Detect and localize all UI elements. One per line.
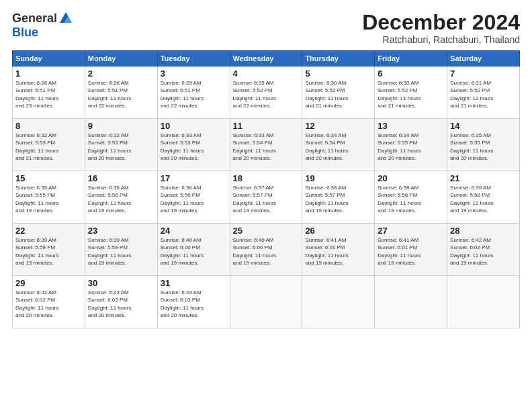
page: General Blue December 2024 Ratchaburi, R… bbox=[0, 0, 532, 411]
day-cell: 4Sunrise: 6:29 AMSunset: 5:52 PMDaylight… bbox=[230, 66, 302, 119]
day-number: 23 bbox=[88, 226, 154, 236]
day-number: 7 bbox=[450, 68, 517, 79]
day-detail: Sunrise: 6:36 AMSunset: 5:56 PMDaylight:… bbox=[161, 184, 227, 214]
day-cell: 12Sunrise: 6:34 AMSunset: 5:54 PMDayligh… bbox=[302, 119, 375, 171]
day-cell: 19Sunrise: 6:38 AMSunset: 5:57 PMDayligh… bbox=[302, 171, 375, 224]
day-number: 11 bbox=[233, 121, 300, 131]
day-cell: 30Sunrise: 6:43 AMSunset: 6:03 PMDayligh… bbox=[85, 276, 157, 328]
day-number: 14 bbox=[450, 121, 517, 131]
day-detail: Sunrise: 6:29 AMSunset: 5:52 PMDaylight:… bbox=[233, 79, 300, 109]
day-number: 4 bbox=[233, 68, 300, 79]
day-detail: Sunrise: 6:33 AMSunset: 5:53 PMDaylight:… bbox=[161, 132, 227, 162]
day-cell: 23Sunrise: 6:39 AMSunset: 5:59 PMDayligh… bbox=[85, 224, 157, 276]
day-cell bbox=[447, 276, 520, 328]
day-number: 20 bbox=[378, 173, 444, 183]
header-wednesday: Wednesday bbox=[230, 51, 302, 66]
day-number: 2 bbox=[88, 68, 154, 79]
day-detail: Sunrise: 6:33 AMSunset: 5:54 PMDaylight:… bbox=[233, 132, 300, 162]
day-cell: 20Sunrise: 6:38 AMSunset: 5:58 PMDayligh… bbox=[375, 171, 447, 224]
day-number: 15 bbox=[15, 173, 82, 183]
day-detail: Sunrise: 6:29 AMSunset: 5:51 PMDaylight:… bbox=[161, 79, 227, 109]
week-row-5: 29Sunrise: 6:42 AMSunset: 6:02 PMDayligh… bbox=[13, 276, 520, 328]
day-number: 29 bbox=[15, 278, 82, 288]
day-number: 1 bbox=[15, 68, 82, 79]
day-number: 31 bbox=[161, 278, 227, 288]
day-cell: 29Sunrise: 6:42 AMSunset: 6:02 PMDayligh… bbox=[13, 276, 85, 328]
header-saturday: Saturday bbox=[447, 51, 520, 66]
header-thursday: Thursday bbox=[302, 51, 375, 66]
day-detail: Sunrise: 6:40 AMSunset: 6:00 PMDaylight:… bbox=[233, 236, 300, 267]
day-cell: 27Sunrise: 6:41 AMSunset: 6:01 PMDayligh… bbox=[375, 224, 447, 276]
week-row-1: 1Sunrise: 6:28 AMSunset: 5:51 PMDaylight… bbox=[13, 66, 520, 119]
day-cell bbox=[375, 276, 447, 328]
logo: General Blue bbox=[12, 11, 73, 40]
day-cell: 10Sunrise: 6:33 AMSunset: 5:53 PMDayligh… bbox=[157, 119, 230, 171]
day-number: 28 bbox=[450, 226, 517, 236]
title-area: December 2024 Ratchaburi, Ratchaburi, Th… bbox=[362, 11, 520, 45]
day-number: 12 bbox=[305, 121, 371, 131]
day-detail: Sunrise: 6:30 AMSunset: 5:52 PMDaylight:… bbox=[378, 79, 444, 109]
day-detail: Sunrise: 6:32 AMSunset: 5:53 PMDaylight:… bbox=[15, 132, 82, 162]
day-number: 19 bbox=[305, 173, 371, 183]
day-cell: 22Sunrise: 6:39 AMSunset: 5:59 PMDayligh… bbox=[13, 224, 85, 276]
day-number: 30 bbox=[88, 278, 154, 288]
day-detail: Sunrise: 6:36 AMSunset: 5:56 PMDaylight:… bbox=[88, 184, 154, 214]
header-tuesday: Tuesday bbox=[157, 51, 230, 66]
day-detail: Sunrise: 6:37 AMSunset: 5:57 PMDaylight:… bbox=[233, 184, 300, 214]
day-detail: Sunrise: 6:41 AMSunset: 6:01 PMDaylight:… bbox=[378, 236, 444, 267]
day-cell: 8Sunrise: 6:32 AMSunset: 5:53 PMDaylight… bbox=[13, 119, 85, 171]
logo-icon bbox=[58, 11, 73, 26]
day-detail: Sunrise: 6:41 AMSunset: 6:01 PMDaylight:… bbox=[305, 236, 371, 267]
day-number: 16 bbox=[88, 173, 154, 183]
day-number: 25 bbox=[233, 226, 300, 236]
day-cell: 24Sunrise: 6:40 AMSunset: 6:00 PMDayligh… bbox=[157, 224, 230, 276]
day-detail: Sunrise: 6:39 AMSunset: 5:59 PMDaylight:… bbox=[88, 236, 154, 267]
day-cell: 14Sunrise: 6:35 AMSunset: 5:55 PMDayligh… bbox=[447, 119, 520, 171]
day-detail: Sunrise: 6:35 AMSunset: 5:55 PMDaylight:… bbox=[450, 132, 517, 162]
day-cell: 21Sunrise: 6:39 AMSunset: 5:58 PMDayligh… bbox=[447, 171, 520, 224]
logo-blue-text: Blue bbox=[12, 26, 38, 40]
day-detail: Sunrise: 6:42 AMSunset: 6:02 PMDaylight:… bbox=[450, 236, 517, 267]
day-cell bbox=[302, 276, 375, 328]
day-cell: 31Sunrise: 6:43 AMSunset: 6:03 PMDayligh… bbox=[157, 276, 230, 328]
day-detail: Sunrise: 6:28 AMSunset: 5:51 PMDaylight:… bbox=[15, 79, 82, 109]
day-detail: Sunrise: 6:38 AMSunset: 5:58 PMDaylight:… bbox=[378, 184, 444, 214]
day-number: 17 bbox=[161, 173, 227, 183]
header-sunday: Sunday bbox=[13, 51, 85, 66]
week-row-2: 8Sunrise: 6:32 AMSunset: 5:53 PMDaylight… bbox=[13, 119, 520, 171]
day-detail: Sunrise: 6:28 AMSunset: 5:51 PMDaylight:… bbox=[88, 79, 154, 109]
day-cell: 15Sunrise: 6:35 AMSunset: 5:55 PMDayligh… bbox=[13, 171, 85, 224]
day-cell: 28Sunrise: 6:42 AMSunset: 6:02 PMDayligh… bbox=[447, 224, 520, 276]
subtitle: Ratchaburi, Ratchaburi, Thailand bbox=[362, 34, 520, 45]
header-monday: Monday bbox=[85, 51, 157, 66]
day-number: 22 bbox=[15, 226, 82, 236]
day-detail: Sunrise: 6:40 AMSunset: 6:00 PMDaylight:… bbox=[161, 236, 227, 267]
day-number: 24 bbox=[161, 226, 227, 236]
day-number: 18 bbox=[233, 173, 300, 183]
day-cell: 17Sunrise: 6:36 AMSunset: 5:56 PMDayligh… bbox=[157, 171, 230, 224]
day-cell: 18Sunrise: 6:37 AMSunset: 5:57 PMDayligh… bbox=[230, 171, 302, 224]
day-cell: 26Sunrise: 6:41 AMSunset: 6:01 PMDayligh… bbox=[302, 224, 375, 276]
month-title: December 2024 bbox=[362, 11, 520, 34]
day-number: 13 bbox=[378, 121, 444, 131]
day-detail: Sunrise: 6:43 AMSunset: 6:03 PMDaylight:… bbox=[161, 289, 227, 319]
day-cell: 16Sunrise: 6:36 AMSunset: 5:56 PMDayligh… bbox=[85, 171, 157, 224]
day-cell: 3Sunrise: 6:29 AMSunset: 5:51 PMDaylight… bbox=[157, 66, 230, 119]
day-cell: 25Sunrise: 6:40 AMSunset: 6:00 PMDayligh… bbox=[230, 224, 302, 276]
day-number: 8 bbox=[15, 121, 82, 131]
day-detail: Sunrise: 6:38 AMSunset: 5:57 PMDaylight:… bbox=[305, 184, 371, 214]
day-cell: 7Sunrise: 6:31 AMSunset: 5:52 PMDaylight… bbox=[447, 66, 520, 119]
calendar-table: SundayMondayTuesdayWednesdayThursdayFrid… bbox=[12, 50, 520, 328]
logo-general-text: General bbox=[12, 11, 57, 26]
day-detail: Sunrise: 6:35 AMSunset: 5:55 PMDaylight:… bbox=[15, 184, 82, 214]
day-cell: 13Sunrise: 6:34 AMSunset: 5:55 PMDayligh… bbox=[375, 119, 447, 171]
day-detail: Sunrise: 6:39 AMSunset: 5:59 PMDaylight:… bbox=[15, 236, 82, 267]
day-number: 21 bbox=[450, 173, 517, 183]
day-number: 27 bbox=[378, 226, 444, 236]
day-cell: 11Sunrise: 6:33 AMSunset: 5:54 PMDayligh… bbox=[230, 119, 302, 171]
day-cell: 5Sunrise: 6:30 AMSunset: 5:52 PMDaylight… bbox=[302, 66, 375, 119]
day-detail: Sunrise: 6:39 AMSunset: 5:58 PMDaylight:… bbox=[450, 184, 517, 214]
day-number: 3 bbox=[161, 68, 227, 79]
day-number: 5 bbox=[305, 68, 371, 79]
day-cell bbox=[230, 276, 302, 328]
